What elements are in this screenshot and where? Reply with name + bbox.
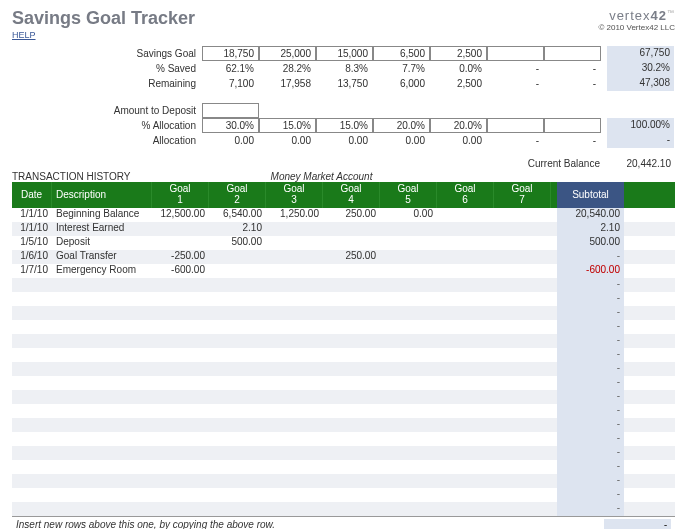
- sum-cell[interactable]: [487, 46, 544, 61]
- sum-cell: 2,500: [430, 76, 487, 91]
- sum-cell[interactable]: 15.0%: [259, 118, 316, 133]
- th-goal-6: Goal6: [437, 182, 494, 208]
- table-row[interactable]: 1/1/10Interest Earned2.102.10: [12, 222, 675, 236]
- table-row[interactable]: 1/1/10Beginning Balance12,500.006,540.00…: [12, 208, 675, 222]
- cell-subtotal: -: [557, 474, 624, 488]
- sum-cell[interactable]: 15,000: [316, 46, 373, 61]
- cell-goal: [266, 264, 323, 278]
- sum-cell: 0.0%: [430, 61, 487, 76]
- table-row[interactable]: -: [12, 404, 675, 418]
- cell-goal: [266, 222, 323, 236]
- cell-subtotal: 2.10: [557, 222, 624, 236]
- cell-subtotal: -: [557, 404, 624, 418]
- cell-goal: [494, 208, 551, 222]
- table-row[interactable]: -: [12, 488, 675, 502]
- th-goal-4: Goal4: [323, 182, 380, 208]
- sum-cell: 0.00: [373, 133, 430, 148]
- sum-cell: 13,750: [316, 76, 373, 91]
- sum-cell: -: [544, 133, 601, 148]
- cell-goal: [437, 208, 494, 222]
- sum-cell: -: [487, 61, 544, 76]
- sum-cell[interactable]: 20.0%: [373, 118, 430, 133]
- cell-subtotal: 500.00: [557, 236, 624, 250]
- table-row[interactable]: -: [12, 292, 675, 306]
- cell-goal: 1,250.00: [266, 208, 323, 222]
- sum-cell: 0.00: [202, 133, 259, 148]
- label-pct-saved: % Saved: [12, 63, 202, 74]
- table-row[interactable]: -: [12, 306, 675, 320]
- insert-note-sub: -: [604, 519, 671, 529]
- total-remaining: 47,308: [607, 76, 674, 91]
- table-row[interactable]: -: [12, 278, 675, 292]
- cell-desc: Beginning Balance: [52, 208, 152, 222]
- page-title: Savings Goal Tracker: [12, 8, 195, 29]
- copyright: © 2010 Vertex42 LLC: [598, 23, 675, 32]
- sum-cell: 17,958: [259, 76, 316, 91]
- label-amount-deposit: Amount to Deposit: [12, 105, 202, 116]
- table-row[interactable]: -: [12, 376, 675, 390]
- table-row[interactable]: -: [12, 348, 675, 362]
- table-row[interactable]: -: [12, 474, 675, 488]
- sum-cell[interactable]: [487, 118, 544, 133]
- cell-goal: [323, 222, 380, 236]
- cell-subtotal: -: [557, 432, 624, 446]
- sum-cell[interactable]: 18,750: [202, 46, 259, 61]
- cell-goal: -250.00: [152, 250, 209, 264]
- table-row[interactable]: -: [12, 446, 675, 460]
- th-goal-2: Goal2: [209, 182, 266, 208]
- cell-desc: Interest Earned: [52, 222, 152, 236]
- th-desc: Description: [52, 182, 152, 208]
- table-row[interactable]: -: [12, 502, 675, 516]
- cell-goal: 2.10: [209, 222, 266, 236]
- sum-cell: -: [487, 133, 544, 148]
- table-row[interactable]: 1/6/10Goal Transfer-250.00250.00-: [12, 250, 675, 264]
- sum-cell[interactable]: 6,500: [373, 46, 430, 61]
- cell-goal: [266, 236, 323, 250]
- cell-subtotal: -: [557, 376, 624, 390]
- sum-cell[interactable]: 20.0%: [430, 118, 487, 133]
- table-row[interactable]: -: [12, 460, 675, 474]
- table-row[interactable]: -: [12, 320, 675, 334]
- sum-cell: -: [544, 76, 601, 91]
- cell-goal: [209, 250, 266, 264]
- cell-goal: [437, 222, 494, 236]
- insert-note-row: Insert new rows above this one, by copyi…: [12, 516, 675, 529]
- cell-goal: 500.00: [209, 236, 266, 250]
- cell-subtotal: -: [557, 250, 624, 264]
- th-goal-1: Goal1: [152, 182, 209, 208]
- cell-goal: [494, 222, 551, 236]
- cell-date: 1/1/10: [12, 208, 52, 222]
- input-amount-deposit[interactable]: [202, 103, 259, 118]
- sum-cell: 7,100: [202, 76, 259, 91]
- table-row[interactable]: -: [12, 390, 675, 404]
- cell-desc: Goal Transfer: [52, 250, 152, 264]
- help-link[interactable]: HELP: [12, 30, 36, 40]
- cell-subtotal: -: [557, 446, 624, 460]
- cell-goal: [437, 236, 494, 250]
- sum-cell: 8.3%: [316, 61, 373, 76]
- cell-goal: [152, 222, 209, 236]
- section-title: TRANSACTION HISTORY: [12, 171, 131, 182]
- brand-text: vertex: [609, 8, 650, 23]
- cell-goal: [152, 236, 209, 250]
- table-row[interactable]: -: [12, 334, 675, 348]
- sum-cell[interactable]: [544, 118, 601, 133]
- table-row[interactable]: 1/7/10Emergency Room-600.00-600.00: [12, 264, 675, 278]
- table-row[interactable]: -: [12, 362, 675, 376]
- current-balance-value: 20,442.10: [608, 158, 675, 169]
- cell-subtotal: -: [557, 348, 624, 362]
- sum-cell[interactable]: [544, 46, 601, 61]
- cell-goal: [494, 264, 551, 278]
- sum-cell[interactable]: 30.0%: [202, 118, 259, 133]
- sum-cell[interactable]: 25,000: [259, 46, 316, 61]
- table-row[interactable]: -: [12, 418, 675, 432]
- cell-subtotal: -: [557, 488, 624, 502]
- table-row[interactable]: 1/5/10Deposit500.00500.00: [12, 236, 675, 250]
- sum-cell[interactable]: 15.0%: [316, 118, 373, 133]
- sum-cell[interactable]: 2,500: [430, 46, 487, 61]
- cell-subtotal: -: [557, 278, 624, 292]
- label-remaining: Remaining: [12, 78, 202, 89]
- cell-goal: [266, 250, 323, 264]
- table-row[interactable]: -: [12, 432, 675, 446]
- cell-desc: Emergency Room: [52, 264, 152, 278]
